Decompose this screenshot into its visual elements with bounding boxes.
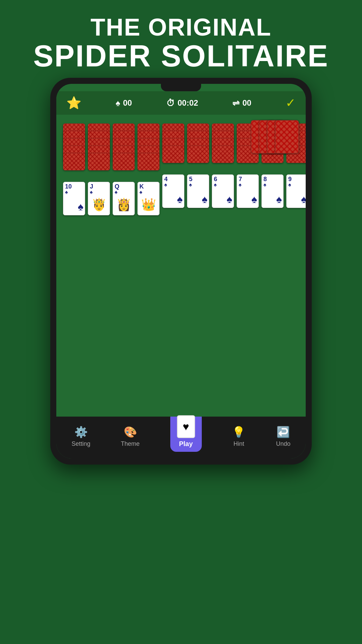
card-5-spades[interactable]: 5 ♠ ♠ xyxy=(187,174,209,208)
setting-label: Setting xyxy=(71,440,90,447)
moves-count: 00 xyxy=(242,98,251,108)
theme-label: Theme xyxy=(121,440,140,447)
card-9-spades[interactable]: 9 ♠ ♠ xyxy=(286,174,306,208)
spades-icon: ♠ xyxy=(116,98,120,108)
phone-screen: ⭐ ♠ 00 ⏱ 00:02 ⇌ 00 ✓ xyxy=(56,84,306,459)
timer-value: 00:02 xyxy=(178,98,198,108)
column-3[interactable]: K ♠ 👑 xyxy=(137,123,160,215)
theme-icon: 🎨 xyxy=(124,426,137,438)
undo-icon: ↩️ xyxy=(277,426,290,438)
spades-count: 00 xyxy=(123,98,132,108)
card-K-spades[interactable]: K ♠ 👑 xyxy=(137,182,160,215)
setting-icon: ⚙️ xyxy=(74,426,88,438)
moves-icon: ⇌ xyxy=(232,98,240,108)
column-0[interactable]: 10 ♠ ♠ xyxy=(63,123,85,215)
column-4[interactable]: 4 ♠ ♠ xyxy=(162,123,184,215)
phone-notch xyxy=(161,84,201,91)
facedown-card xyxy=(212,146,234,163)
play-card-icon: ♥ xyxy=(177,415,195,438)
spades-stat: ♠ 00 xyxy=(116,98,132,108)
card-Q-spades[interactable]: Q ♠ 👸 xyxy=(113,182,135,215)
play-label: Play xyxy=(179,440,193,448)
card-6-spades[interactable]: 6 ♠ ♠ xyxy=(212,174,234,208)
card-10-spades[interactable]: 10 ♠ ♠ xyxy=(63,182,85,215)
facedown-card xyxy=(187,146,209,163)
column-6[interactable]: 6 ♠ ♠ xyxy=(212,123,234,215)
card-8-spades[interactable]: 8 ♠ ♠ xyxy=(261,174,284,208)
theme-button[interactable]: 🎨 Theme xyxy=(121,426,140,447)
moves-stat: ⇌ 00 xyxy=(232,98,251,108)
facedown-card xyxy=(113,153,135,170)
star-icon[interactable]: ⭐ xyxy=(66,96,81,110)
setting-button[interactable]: ⚙️ Setting xyxy=(71,426,90,447)
hint-icon: 💡 xyxy=(232,426,245,438)
title-line1: THE ORIGINAL xyxy=(33,13,328,41)
hint-button[interactable]: 💡 Hint xyxy=(232,426,245,447)
facedown-card xyxy=(88,153,110,170)
card-J-spades[interactable]: J ♠ 🤴 xyxy=(88,182,110,215)
column-2[interactable]: Q ♠ 👸 xyxy=(113,123,135,215)
title-line2: SPIDER SOLITAIRE xyxy=(33,41,328,71)
toolbar: ⚙️ Setting 🎨 Theme ♥ Play 💡 Hint ↩️ Undo xyxy=(56,417,306,459)
card-4-spades[interactable]: 4 ♠ ♠ xyxy=(162,174,184,208)
facedown-card xyxy=(137,153,160,170)
deck-pile[interactable] xyxy=(251,120,299,154)
column-1[interactable]: J ♠ 🤴 xyxy=(88,123,110,215)
play-button[interactable]: ♥ Play xyxy=(170,411,202,452)
hint-label: Hint xyxy=(233,440,244,447)
phone-frame: ⭐ ♠ 00 ⏱ 00:02 ⇌ 00 ✓ xyxy=(50,78,312,465)
timer-icon: ⏱ xyxy=(166,98,175,108)
checkmark-icon[interactable]: ✓ xyxy=(286,96,296,110)
card-7-spades[interactable]: 7 ♠ ♠ xyxy=(237,174,259,208)
deck-card-4[interactable] xyxy=(275,120,299,154)
game-area: 10 ♠ ♠ J ♠ 🤴 xyxy=(56,115,306,417)
facedown-card xyxy=(162,146,184,163)
undo-button[interactable]: ↩️ Undo xyxy=(276,426,290,447)
facedown-card xyxy=(63,153,85,170)
app-header: THE ORIGINAL SPIDER SOLITAIRE xyxy=(33,0,328,78)
column-5[interactable]: 5 ♠ ♠ xyxy=(187,123,209,215)
game-header-bar: ⭐ ♠ 00 ⏱ 00:02 ⇌ 00 ✓ xyxy=(56,91,306,115)
undo-label: Undo xyxy=(276,440,290,447)
timer-stat: ⏱ 00:02 xyxy=(166,98,198,108)
